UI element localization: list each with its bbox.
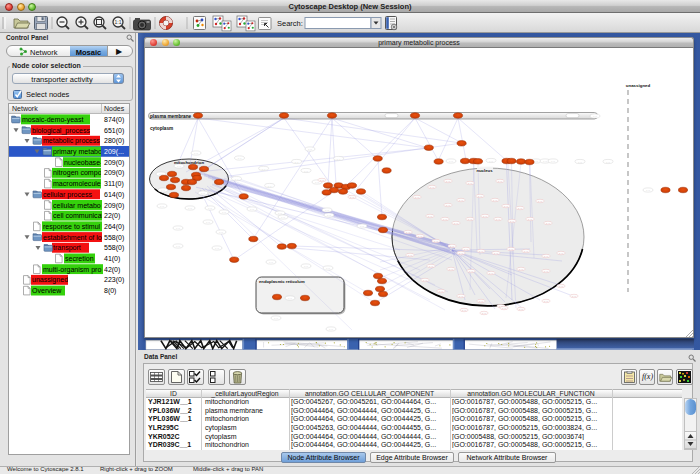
- svg-text:558(0): 558(0): [104, 244, 124, 252]
- svg-text:(...): (...): [215, 247, 219, 250]
- svg-text:(...): (...): [329, 328, 333, 331]
- svg-text:cell communicat: cell communicat: [53, 212, 104, 219]
- svg-text:(...): (...): [449, 268, 453, 270]
- svg-text:(...): (...): [274, 317, 278, 320]
- svg-text:(...): (...): [489, 160, 493, 163]
- svg-text:(...): (...): [519, 268, 523, 270]
- svg-text:(...): (...): [219, 231, 223, 234]
- svg-text:endoplasmic reticulum: endoplasmic reticulum: [259, 279, 305, 284]
- svg-text:(...): (...): [439, 290, 443, 292]
- svg-text:(...): (...): [327, 214, 331, 217]
- svg-text:614(0): 614(0): [104, 191, 124, 199]
- svg-text:(...): (...): [510, 220, 514, 222]
- svg-text:(...): (...): [454, 222, 458, 224]
- svg-text:cellular process: cellular process: [43, 191, 92, 199]
- svg-text:(...): (...): [493, 199, 497, 201]
- svg-text:response to stimul: response to stimul: [43, 223, 101, 231]
- svg-text:(...): (...): [176, 245, 180, 248]
- svg-text:(...): (...): [606, 161, 610, 164]
- svg-text:1:1: 1:1: [115, 19, 122, 25]
- svg-text:209(0): 209(0): [104, 202, 124, 210]
- svg-text:(...): (...): [478, 195, 482, 197]
- svg-text:(...): (...): [206, 221, 210, 224]
- svg-text:(...): (...): [469, 270, 473, 272]
- svg-text:(...): (...): [325, 209, 329, 212]
- svg-text:(...): (...): [326, 267, 330, 270]
- svg-text:(...): (...): [482, 312, 486, 314]
- svg-text:(...): (...): [428, 215, 432, 217]
- svg-text:(...): (...): [544, 255, 548, 257]
- svg-text:(...): (...): [528, 218, 532, 220]
- svg-text:(...): (...): [534, 160, 538, 163]
- svg-text:(...): (...): [443, 218, 447, 220]
- svg-text:(...): (...): [544, 300, 548, 302]
- svg-text:(...): (...): [504, 205, 508, 207]
- svg-text:(...): (...): [459, 252, 463, 254]
- svg-text:264(0): 264(0): [104, 223, 124, 231]
- svg-text:(...): (...): [295, 161, 299, 164]
- svg-text:(...): (...): [489, 272, 493, 274]
- svg-text:(...): (...): [494, 252, 498, 254]
- svg-text:(...): (...): [350, 196, 354, 198]
- svg-text:(...): (...): [519, 308, 523, 310]
- svg-text:(...): (...): [262, 168, 266, 171]
- svg-text:(...): (...): [498, 180, 502, 182]
- svg-text:(...): (...): [250, 208, 254, 211]
- svg-text:(...): (...): [572, 295, 576, 297]
- svg-text:(...): (...): [544, 270, 548, 272]
- svg-text:(...): (...): [176, 227, 180, 230]
- svg-text:(...): (...): [430, 186, 434, 188]
- svg-text:(...): (...): [468, 218, 472, 220]
- svg-text:(...): (...): [646, 189, 650, 192]
- svg-text:transport: transport: [53, 244, 81, 252]
- svg-text:(...): (...): [408, 254, 412, 256]
- svg-text:biological_process: biological_process: [32, 127, 90, 135]
- svg-text:42(0): 42(0): [104, 266, 120, 274]
- svg-text:(...): (...): [278, 212, 282, 215]
- svg-text:(...): (...): [502, 307, 506, 309]
- svg-text:(...): (...): [208, 207, 212, 210]
- svg-text:unassigned: unassigned: [32, 276, 68, 284]
- svg-text:nucleus: nucleus: [476, 168, 493, 173]
- svg-text:(...): (...): [446, 180, 450, 182]
- svg-text:(...): (...): [546, 222, 550, 224]
- svg-text:(...): (...): [509, 248, 513, 250]
- svg-text:209(...: 209(...: [104, 148, 124, 156]
- svg-text:cellular metabo: cellular metabo: [53, 202, 101, 209]
- svg-text:(...): (...): [288, 297, 292, 300]
- svg-text:(...): (...): [161, 189, 165, 192]
- svg-text:874(0): 874(0): [104, 116, 124, 124]
- svg-text:(...): (...): [188, 207, 192, 210]
- svg-text:(...): (...): [559, 252, 563, 254]
- svg-text:(...): (...): [446, 204, 450, 206]
- svg-text:651(0): 651(0): [104, 127, 124, 135]
- svg-text:(...): (...): [518, 207, 522, 209]
- svg-text:(...): (...): [238, 157, 242, 160]
- svg-text:(...): (...): [304, 170, 308, 173]
- svg-text:(...): (...): [434, 240, 438, 242]
- svg-text:plasma membrane: plasma membrane: [150, 114, 192, 119]
- svg-text:macromolecule: macromolecule: [53, 180, 101, 187]
- svg-text:(...): (...): [449, 160, 453, 163]
- svg-text:(...): (...): [337, 158, 341, 161]
- svg-text:(...): (...): [468, 182, 472, 184]
- svg-text:nitrogen compo: nitrogen compo: [53, 169, 102, 177]
- svg-text:(...): (...): [308, 148, 312, 151]
- svg-text:Search:: Search:: [277, 19, 303, 28]
- svg-text:Overview: Overview: [32, 287, 62, 294]
- svg-text:(...): (...): [479, 250, 483, 252]
- svg-text:(...): (...): [496, 218, 500, 220]
- svg-text:(...): (...): [406, 231, 410, 233]
- svg-text:(...): (...): [464, 248, 468, 250]
- svg-text:(...): (...): [429, 265, 433, 267]
- svg-text:(...): (...): [268, 185, 272, 188]
- svg-text:(...): (...): [578, 161, 582, 164]
- svg-text:(...): (...): [160, 205, 164, 208]
- svg-text:(...): (...): [551, 160, 555, 163]
- svg-text:metabolic process: metabolic process: [43, 137, 100, 145]
- svg-text:establishment of lo: establishment of lo: [43, 234, 102, 241]
- svg-text:(...): (...): [538, 200, 542, 202]
- svg-text:8(0): 8(0): [104, 287, 116, 295]
- svg-text:(...): (...): [459, 295, 463, 297]
- svg-text:(...): (...): [459, 199, 463, 201]
